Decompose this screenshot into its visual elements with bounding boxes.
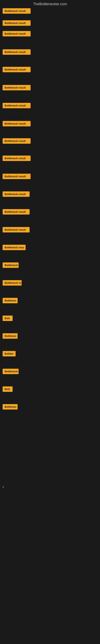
bottleneck-item-3[interactable]: Bottleneck result bbox=[2, 31, 31, 36]
site-title: TheBottlenecker.com bbox=[0, 0, 100, 7]
bottleneck-item-18[interactable]: Bottlenec bbox=[2, 298, 18, 303]
bottleneck-item-19[interactable]: Bott bbox=[2, 316, 13, 321]
bottleneck-item-22[interactable]: Bottleneck bbox=[2, 369, 19, 374]
bottleneck-item-7[interactable]: Bottleneck result bbox=[2, 103, 31, 108]
bottleneck-item-23[interactable]: Bott bbox=[2, 386, 13, 392]
bottleneck-item-21[interactable]: Bottlen bbox=[2, 351, 16, 356]
bottleneck-item-20[interactable]: Bottlenec bbox=[2, 333, 18, 339]
bottleneck-item-1[interactable]: Bottleneck result bbox=[2, 8, 31, 14]
small-label: c bbox=[1, 484, 6, 490]
bottleneck-item-16[interactable]: Bottleneck bbox=[2, 262, 19, 268]
bottleneck-item-24[interactable]: Bottlenec bbox=[2, 404, 18, 410]
bottleneck-item-10[interactable]: Bottleneck result bbox=[2, 156, 31, 161]
bottleneck-item-11[interactable]: Bottleneck result bbox=[2, 174, 31, 179]
bottleneck-item-17[interactable]: Bottleneck re bbox=[2, 280, 22, 286]
bottleneck-item-12[interactable]: Bottleneck result bbox=[2, 192, 30, 197]
bottleneck-item-15[interactable]: Bottleneck resu bbox=[2, 245, 26, 250]
bottleneck-item-13[interactable]: Bottleneck result bbox=[2, 209, 30, 214]
bottleneck-item-5[interactable]: Bottleneck result bbox=[2, 67, 31, 72]
bottleneck-item-6[interactable]: Bottleneck result bbox=[2, 85, 31, 90]
bottleneck-item-4[interactable]: Bottleneck result bbox=[2, 49, 31, 55]
items-container: Bottleneck resultBottleneck resultBottle… bbox=[0, 7, 100, 644]
bottleneck-item-2[interactable]: Bottleneck result bbox=[2, 20, 31, 26]
bottleneck-item-14[interactable]: Bottleneck result bbox=[2, 227, 30, 232]
bottleneck-item-8[interactable]: Bottleneck result bbox=[2, 121, 31, 126]
bottleneck-item-9[interactable]: Bottleneck result bbox=[2, 138, 31, 144]
